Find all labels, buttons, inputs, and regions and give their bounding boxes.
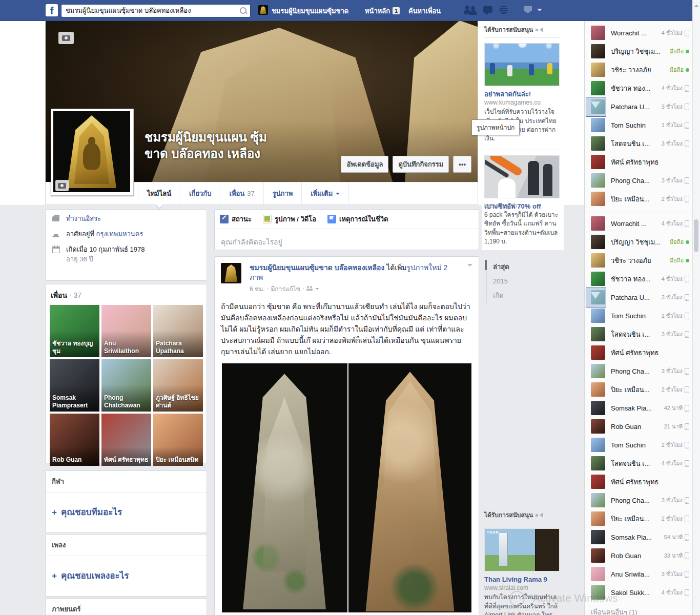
intro-text: อาศัยอยู่ที่ กรุงเทพมหานคร [66, 230, 143, 239]
chat-row[interactable]: โสดจนชิน เ...4 ชั่วโมง [585, 454, 693, 473]
friend-tile[interactable]: Somsak Piamprasert [50, 359, 99, 412]
composer-tab-flag[interactable]: เหตุการณ์ในชีวิต [327, 214, 388, 224]
post-photo-1[interactable] [222, 363, 347, 612]
messages-icon[interactable] [482, 5, 497, 16]
intro-link[interactable]: ทำงานอิสระ [66, 215, 101, 222]
timeline-nav-2015[interactable]: 2015 [487, 275, 548, 288]
window-scrollbar[interactable] [692, 0, 700, 615]
friend-tile[interactable]: Rob Guan [50, 414, 99, 466]
composer-tab-photo[interactable]: รูปภาพ / วิดีโอ [263, 214, 316, 224]
chat-row[interactable]: ปิยะ เหมือน...2 ชั่วโมง [585, 509, 693, 528]
notifications-globe-icon[interactable] [499, 5, 513, 16]
tab-รูปภาพ[interactable]: รูปภาพ [264, 182, 302, 204]
ad-lazada[interactable]: เบาะซิทอัพ 70% off lazada.co.th 6 pack ใ… [484, 155, 560, 247]
post-photo-2[interactable] [348, 363, 471, 612]
chat-row[interactable]: Phong Cha...3 ชั่วโมง [585, 171, 693, 190]
audience-friends-icon[interactable] [306, 286, 314, 291]
chat-row[interactable]: Rob Guan21 นาที [585, 417, 693, 436]
profile-shortcut-avatar[interactable] [258, 5, 268, 15]
activity-log-button[interactable]: ดูบันทึกกิจกรรม [393, 156, 449, 173]
chat-row[interactable]: โสดจนชิน เ...3 ชั่วโมง [585, 134, 693, 153]
post-avatar[interactable] [221, 263, 241, 283]
chat-row[interactable]: Tom Suchin1 ชั่วโมง [585, 116, 693, 134]
chat-friend-name: Phong Cha... [611, 497, 662, 504]
ad-image-condo[interactable]: THAN [484, 528, 560, 571]
post-timestamp-link[interactable]: 6 ชม. [250, 284, 264, 294]
post-page-name-link[interactable]: ชมรมผู้นิยมขุนแผนซุ้มขาด บล๊อคทองเหลือง [250, 263, 384, 272]
settings-caret-icon[interactable] [537, 9, 542, 14]
scrollbar-thumb[interactable] [694, 219, 698, 252]
profile-picture[interactable] [51, 109, 134, 196]
chat-row[interactable]: วชิระ วางอภัยมือถือ [585, 251, 693, 270]
scrollbar-up-arrow-icon[interactable] [694, 3, 698, 7]
chat-row[interactable]: Worrachit ...4 ชั่วโมง [585, 24, 693, 42]
chat-row[interactable]: ทัศน์ ศรัทธาพุทธ [585, 473, 693, 491]
chat-row[interactable]: ชัชวาล ทอง...4 ชั่วโมง [585, 79, 693, 97]
friend-tile[interactable]: ภูวศิษฐ์ อิทธิไชยศานต์ [153, 359, 203, 412]
home-link[interactable]: หน้าหลัก1 [365, 6, 400, 16]
timeline-nav-ล่าสุด[interactable]: ล่าสุด [487, 259, 548, 275]
chat-row[interactable]: Anu Sriwila...3 ชั่วโมง [585, 565, 693, 583]
profile-shortcut-link[interactable]: ชมรมผู้นิยมขุนแผนซุ้มขาด [272, 6, 348, 16]
chat-friend-name: โสดจนชิน เ... [611, 458, 662, 469]
status-input[interactable]: คุณกำลังคิดอะไรอยู่ [215, 229, 479, 255]
intro-link[interactable]: กรุงเทพมหานคร [96, 230, 143, 238]
more-options-button[interactable]: ••• [453, 156, 471, 173]
chat-row[interactable]: ปริญญา วิชชุเม...มือถือ [585, 233, 693, 251]
avatar [591, 44, 605, 58]
chat-row[interactable]: Somsak Pia...42 นาที [585, 399, 693, 417]
chat-row[interactable]: Phong Cha...3 ชั่วโมง [585, 362, 693, 380]
meta-separator: · [266, 285, 269, 292]
tab-เพื่อน[interactable]: เพื่อน37 [220, 182, 263, 204]
ad-than-living[interactable]: THAN Than Living Rama 9 www.siralai.com … [484, 528, 561, 615]
chat-row[interactable]: Rob Guan33 นาที [585, 546, 693, 565]
chat-row[interactable]: ชัชวาล ทอง...4 ชั่วโมง [585, 270, 693, 288]
chat-row[interactable]: วชิระ วางอภัยมือถือ [585, 60, 693, 79]
profile-camera-icon[interactable] [55, 180, 69, 191]
search-input[interactable] [61, 5, 235, 16]
chat-row[interactable]: Tom Suchin2 ชั่วโมง [585, 436, 693, 454]
friend-requests-icon[interactable] [464, 5, 478, 16]
chat-row[interactable]: Phong Cha...3 ชั่วโมง [585, 491, 693, 509]
chat-row[interactable]: ปริญญา วิชชุเม...มือถือ [585, 42, 693, 60]
chat-row[interactable]: Patchara U...3 ชั่วโมง [585, 97, 693, 116]
composer-tab-pencil[interactable]: สถานะ [220, 214, 252, 224]
post-menu-chevron-icon[interactable] [467, 264, 472, 269]
find-friends-link[interactable]: ค้นหาเพื่อน [408, 6, 441, 16]
search-icon[interactable] [240, 7, 246, 14]
privacy-shortcuts-icon[interactable] [524, 6, 532, 13]
chat-row[interactable]: ปิยะ เหมือน...2 ชั่วโมง [585, 380, 693, 399]
chat-row[interactable]: Somsak Pia...54 นาที [585, 528, 693, 546]
cover-camera-icon[interactable] [58, 32, 74, 44]
friend-tile[interactable]: ทัศน์ ศรัทธาพุทธ [101, 414, 151, 466]
chat-row[interactable]: Sakol Sukk...4 ชั่วโมง [585, 583, 693, 602]
sponsored-rail: ได้รับการสนับสนุน อย่าพลาดกันล่ะ! www.ku… [484, 25, 560, 247]
facebook-logo[interactable]: f [46, 4, 58, 16]
ad-image-fitness[interactable] [484, 155, 560, 198]
chat-row[interactable]: Tom Suchin1 ชั่วโมง [585, 306, 693, 325]
chat-row[interactable]: โสดจนชิน เ...3 ชั่วโมง [585, 325, 693, 343]
chat-row[interactable]: ทัศน์ ศรัทธาพุทธ [585, 343, 693, 362]
ad-title-link[interactable]: อย่าพลาดกันล่ะ! [484, 90, 560, 98]
search-box[interactable] [61, 4, 251, 17]
add-music-link[interactable]: +คุณชอบเพลงอะไร [46, 556, 207, 594]
tab-เพิ่มเติม[interactable]: เพิ่มเติม [302, 182, 349, 204]
timeline-nav-เกิด[interactable]: เกิด [487, 288, 548, 303]
tab-เกี่ยวกับ[interactable]: เกี่ยวกับ [180, 182, 220, 204]
mobile-phone-icon [685, 196, 689, 202]
friend-tile[interactable]: Phong Chatchawan [101, 359, 151, 412]
chat-row[interactable]: Worrachit ...4 ชั่วโมง [585, 214, 693, 233]
update-info-button[interactable]: อัพเดตข้อมูล [341, 156, 388, 173]
ad-title-link[interactable]: Than Living Rama 9 [484, 576, 561, 584]
chat-row[interactable]: ทัศน์ ศรัทธาพุทธ [585, 153, 693, 171]
friend-tile[interactable]: Patchara Upathana [153, 305, 203, 357]
friend-tile[interactable]: Anu Sriwilaithon [101, 305, 151, 357]
chat-row[interactable]: ปิยะ เหมือน...2 ชั่วโมง [585, 190, 693, 208]
ad-image-football[interactable] [484, 43, 560, 86]
chat-row[interactable]: Patchara U...3 ชั่วโมง [585, 288, 693, 306]
add-sports-team-link[interactable]: +คุณชอบทีมอะไร [46, 493, 207, 531]
tab-ไทม์ไลน์[interactable]: ไทม์ไลน์ [138, 182, 180, 204]
friend-tile[interactable]: ชัชวาล ทองบุญชุม [50, 305, 99, 357]
audience-caret-icon[interactable] [316, 288, 319, 291]
friend-tile[interactable]: ปิยะ เหมือนสนิท [153, 414, 203, 466]
